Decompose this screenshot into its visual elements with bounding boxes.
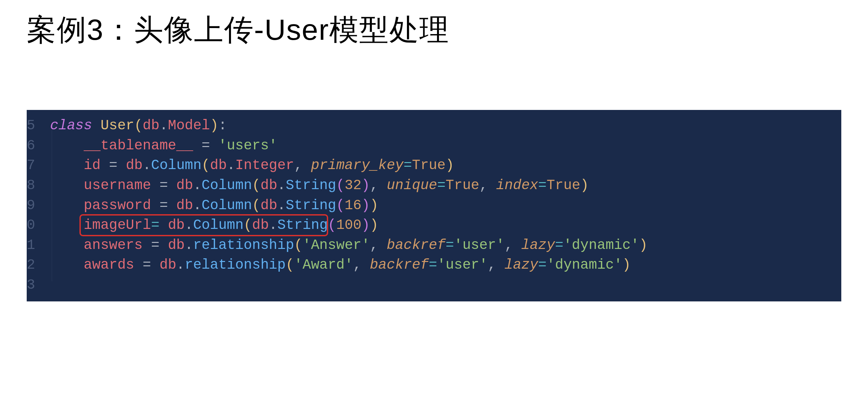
code-line: 8 username = db.Column(db.String(32), un… <box>27 176 841 196</box>
code-content: password = db.Column(db.String(16)) <box>37 196 841 216</box>
slide-title: 案例3：头像上传-User模型处理 <box>27 10 841 50</box>
code-content: awards = db.relationship('Award', backre… <box>37 255 841 276</box>
line-number: 3 <box>27 276 37 295</box>
code-line: 0 imageUrl= db.Column(db.String(100)) <box>27 215 841 236</box>
line-number: 2 <box>27 255 37 276</box>
code-line: 6 __tablename__ = 'users' <box>27 136 841 156</box>
code-block: 5 class User(db.Model): 6 __tablename__ … <box>27 110 841 301</box>
code-line: 5 class User(db.Model): <box>27 116 841 136</box>
code-content: class User(db.Model): <box>37 116 841 136</box>
code-line: 9 password = db.Column(db.String(16)) <box>27 196 841 216</box>
code-content <box>37 276 841 295</box>
line-number: 0 <box>27 215 37 236</box>
code-line: 1 answers = db.relationship('Answer', ba… <box>27 236 841 256</box>
line-number: 5 <box>27 116 37 136</box>
code-content: answers = db.relationship('Answer', back… <box>37 236 841 256</box>
line-number: 8 <box>27 176 37 196</box>
code-line: 3 <box>27 276 841 295</box>
line-number: 7 <box>27 156 37 176</box>
line-number: 6 <box>27 136 37 156</box>
line-number: 1 <box>27 236 37 256</box>
code-line: 7 id = db.Column(db.Integer, primary_key… <box>27 156 841 176</box>
code-content: imageUrl= db.Column(db.String(100)) <box>37 215 841 236</box>
code-content: id = db.Column(db.Integer, primary_key=T… <box>37 156 841 176</box>
code-content: username = db.Column(db.String(32), uniq… <box>37 176 841 196</box>
line-number: 9 <box>27 196 37 216</box>
code-content: __tablename__ = 'users' <box>37 136 841 156</box>
code-line: 2 awards = db.relationship('Award', back… <box>27 255 841 276</box>
